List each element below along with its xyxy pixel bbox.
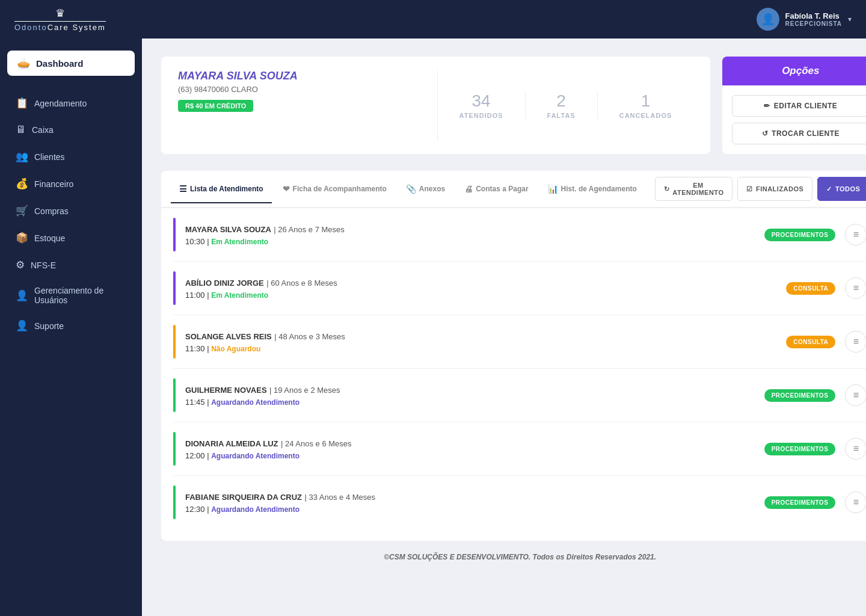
appointment-time: 12:30 | Aguardando Atendimento bbox=[185, 505, 755, 514]
tab-hist-label: Hist. de Agendamento bbox=[561, 185, 637, 193]
stat-faltas: 2 FALTAS bbox=[526, 91, 598, 119]
appointment-menu-button[interactable]: ≡ bbox=[845, 491, 866, 513]
nfse-icon: ⚙ bbox=[16, 259, 25, 271]
status-bar bbox=[173, 378, 176, 412]
caixa-icon: 🖥 bbox=[16, 124, 26, 136]
table-row: MAYARA SILVA SOUZA | 26 Anos e 7 Meses 1… bbox=[173, 208, 866, 262]
type-badge: PROCEDIMENTOS bbox=[764, 443, 836, 455]
appointment-menu-button[interactable]: ≡ bbox=[845, 438, 866, 460]
appointment-name: GUILHERME NOVAES bbox=[185, 386, 267, 395]
tab-lista-label: Lista de Atendimento bbox=[190, 185, 263, 193]
footer: ©CSM SOLUÇÕES E DESENVOLVIMENTO. Todos o… bbox=[161, 541, 866, 573]
tab-contas[interactable]: 🖨 Contas a Pagar bbox=[456, 176, 536, 203]
sidebar-item-agendamento[interactable]: 📋 Agendamento bbox=[7, 90, 135, 116]
appointment-menu-button[interactable]: ≡ bbox=[845, 277, 866, 299]
status-bar bbox=[173, 218, 176, 251]
appointment-name: DIONARIA ALMEIDA LUZ bbox=[185, 439, 278, 448]
agendamento-icon: 📋 bbox=[16, 97, 28, 109]
sidebar-item-clientes[interactable]: 👥 Clientes bbox=[7, 144, 135, 170]
compras-icon: 🛒 bbox=[16, 205, 28, 217]
patient-card: MAYARA SILVA SOUZA (63) 98470060 CLARO R… bbox=[161, 57, 710, 154]
stat-cancelados: 1 CANCELADOS bbox=[598, 91, 694, 119]
check-icon: ✓ bbox=[826, 185, 832, 193]
chevron-down-icon: ▾ bbox=[848, 15, 852, 23]
status-bar bbox=[173, 485, 176, 519]
tabs-bar: ☰ Lista de Atendimento ❤ Ficha de Acompa… bbox=[161, 176, 655, 202]
type-badge: PROCEDIMENTOS bbox=[764, 229, 836, 241]
options-panel: Opções ✏ EDITAR CLIENTE ↺ TROCAR CLIENTE bbox=[722, 57, 866, 154]
appointment-info: FABIANE SIRQUEIRA DA CRUZ | 33 Anos e 4 … bbox=[185, 491, 755, 514]
user-info: Fabíola T. Reis RECEPCIONISTA bbox=[785, 11, 843, 27]
sidebar-item-label: Caixa bbox=[32, 125, 54, 135]
sidebar-item-nfse[interactable]: ⚙ NFS-E bbox=[7, 252, 135, 278]
appointment-menu-button[interactable]: ≡ bbox=[845, 384, 866, 406]
content-area: ☰ Lista de Atendimento ❤ Ficha de Acompa… bbox=[161, 171, 866, 541]
appointment-time: 11:45 | Aguardando Atendimento bbox=[185, 398, 755, 407]
patient-credit: R$ 40 EM CRÉDITO bbox=[178, 100, 253, 112]
switch-client-button[interactable]: ↺ TROCAR CLIENTE bbox=[732, 123, 866, 144]
filter-em-atendimento[interactable]: ↻ EM ATENDIMENTO bbox=[655, 177, 733, 201]
tabs-filter-row: ☰ Lista de Atendimento ❤ Ficha de Acompa… bbox=[161, 171, 866, 208]
appointment-time: 11:30 | Não Aguardou bbox=[185, 344, 776, 353]
appointment-age: | 19 Anos e 2 Meses bbox=[269, 386, 340, 395]
edit-client-button[interactable]: ✏ EDITAR CLIENTE bbox=[732, 95, 866, 117]
table-row: ABÍLIO DINIZ JORGE | 60 Anos e 8 Meses 1… bbox=[173, 262, 866, 315]
type-badge: CONSULTA bbox=[786, 336, 835, 348]
tab-anexos[interactable]: 📎 Anexos bbox=[398, 176, 453, 203]
appointment-info: ABÍLIO DINIZ JORGE | 60 Anos e 8 Meses 1… bbox=[185, 277, 776, 300]
tab-ficha[interactable]: ❤ Ficha de Acompanhamento bbox=[274, 176, 395, 203]
filter-todos[interactable]: ✓ TODOS bbox=[817, 177, 866, 201]
patient-section: MAYARA SILVA SOUZA (63) 98470060 CLARO R… bbox=[161, 57, 866, 154]
sidebar-item-label: Financeiro bbox=[34, 179, 73, 189]
stat-number-faltas: 2 bbox=[547, 91, 576, 111]
appointment-age: | 48 Anos e 3 Meses bbox=[274, 332, 345, 341]
usuarios-icon: 👤 bbox=[16, 289, 28, 302]
switch-icon: ↺ bbox=[762, 129, 769, 138]
footer-text: ©CSM SOLUÇÕES E DESENVOLVIMENTO. Todos o… bbox=[384, 553, 656, 561]
appointment-info: GUILHERME NOVAES | 19 Anos e 2 Meses 11:… bbox=[185, 384, 755, 407]
type-badge: PROCEDIMENTOS bbox=[764, 389, 836, 402]
sidebar-item-caixa[interactable]: 🖥 Caixa bbox=[7, 117, 135, 143]
appointment-name: SOLANGE ALVES REIS bbox=[185, 332, 272, 341]
appointment-age: | 60 Anos e 8 Meses bbox=[266, 279, 337, 288]
status-badge: Em Atendimento bbox=[211, 291, 268, 300]
filter-finalizados[interactable]: ☑ FINALIZADOS bbox=[737, 177, 812, 201]
print-icon: 🖨 bbox=[464, 184, 473, 194]
type-badge: PROCEDIMENTOS bbox=[764, 496, 836, 509]
user-profile[interactable]: 👤 Fabíola T. Reis RECEPCIONISTA ▾ bbox=[757, 8, 852, 31]
appointment-menu-button[interactable]: ≡ bbox=[845, 331, 866, 353]
stat-number-atendidos: 34 bbox=[459, 91, 503, 111]
appointment-info: MAYARA SILVA SOUZA | 26 Anos e 7 Meses 1… bbox=[185, 224, 755, 246]
status-badge: Aguardando Atendimento bbox=[211, 505, 299, 514]
type-badge: CONSULTA bbox=[786, 282, 835, 295]
sidebar-item-financeiro[interactable]: 💰 Financeiro bbox=[7, 171, 135, 197]
filter-finalizados-label: FINALIZADOS bbox=[756, 185, 803, 192]
sidebar-item-estoque[interactable]: 📦 Estoque bbox=[7, 225, 135, 251]
appointment-time: 11:00 | Em Atendimento bbox=[185, 291, 776, 300]
appointment-info: DIONARIA ALMEIDA LUZ | 24 Anos e 6 Meses… bbox=[185, 438, 755, 460]
appointment-age: | 24 Anos e 6 Meses bbox=[281, 439, 352, 448]
filter-em-atendimento-label: EM ATENDIMENTO bbox=[672, 182, 723, 196]
stat-label-cancelados: CANCELADOS bbox=[619, 112, 672, 119]
sidebar-item-dashboard[interactable]: 🥧 Dashboard bbox=[7, 51, 135, 76]
sidebar-item-label: NFS-E bbox=[31, 260, 56, 270]
sidebar-item-label: Suporte bbox=[34, 321, 64, 331]
tab-lista[interactable]: ☰ Lista de Atendimento bbox=[171, 176, 272, 203]
clientes-icon: 👥 bbox=[16, 150, 28, 163]
stat-label-faltas: FALTAS bbox=[547, 112, 576, 119]
appointment-menu-button[interactable]: ≡ bbox=[845, 224, 866, 245]
dashboard-label: Dashboard bbox=[36, 58, 83, 69]
options-body: ✏ EDITAR CLIENTE ↺ TROCAR CLIENTE bbox=[722, 85, 866, 154]
appointment-time: 12:00 | Aguardando Atendimento bbox=[185, 451, 755, 460]
appointment-name: ABÍLIO DINIZ JORGE bbox=[185, 279, 264, 288]
appointment-age: | 33 Anos e 4 Meses bbox=[305, 493, 376, 502]
tab-ficha-label: Ficha de Acompanhamento bbox=[293, 185, 387, 193]
options-title: Opções bbox=[782, 65, 819, 76]
switch-client-label: TROCAR CLIENTE bbox=[772, 129, 840, 138]
tab-hist[interactable]: 📊 Hist. de Agendamento bbox=[539, 176, 645, 203]
sidebar-item-usuarios[interactable]: 👤 Gerenciamento de Usuários bbox=[7, 279, 135, 312]
sidebar-item-suporte[interactable]: 👤 Suporte bbox=[7, 313, 135, 339]
table-row: SOLANGE ALVES REIS | 48 Anos e 3 Meses 1… bbox=[173, 315, 866, 369]
financeiro-icon: 💰 bbox=[16, 177, 28, 190]
sidebar-item-compras[interactable]: 🛒 Compras bbox=[7, 198, 135, 224]
